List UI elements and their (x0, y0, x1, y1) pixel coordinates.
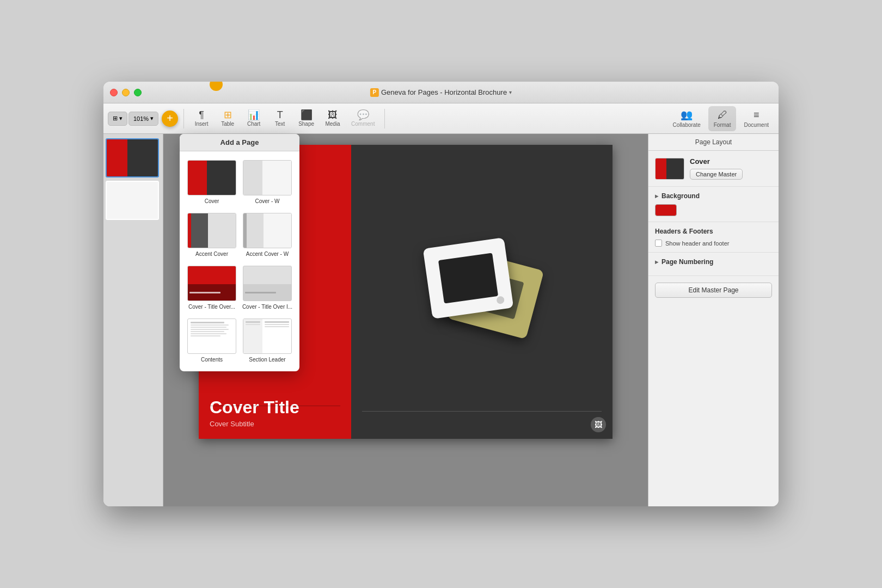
popup-item-title-over-w[interactable]: Cover - Title Over I... (240, 261, 295, 314)
format-icon: 🖊 (718, 109, 727, 121)
window-title: P Geneva for Pages - Horizontal Brochure… (370, 88, 512, 97)
toolbar-right: 👥 Collaborate 🖊 Format ≡ Document (667, 106, 774, 131)
background-color-swatch[interactable] (655, 204, 677, 216)
page-thumb-2[interactable] (106, 181, 159, 220)
popup-item-cover[interactable]: Cover (184, 156, 240, 209)
popup-item-section[interactable]: Section Leader (240, 314, 295, 367)
document-icon: ≡ (754, 109, 759, 121)
accent-cover-left (191, 213, 208, 248)
background-section-header[interactable]: ▶ Background (655, 192, 772, 200)
toolbar-sep-1 (183, 109, 184, 128)
master-thumbnail (655, 158, 684, 180)
table-label: Table (221, 121, 234, 127)
popup-thumb-accent-cover-w (243, 213, 292, 248)
title-text: Geneva for Pages - Horizontal Brochure (381, 88, 507, 96)
format-button[interactable]: 🖊 Format (708, 106, 737, 131)
cover-subtitle-text: Cover Subtitle (210, 420, 340, 428)
popup-item-contents[interactable]: Contents (184, 314, 240, 367)
panel-header: Page Layout (648, 134, 779, 151)
popup-item-accent-cover[interactable]: Accent Cover (184, 209, 240, 261)
master-thumb-right (666, 158, 684, 179)
cover-thumb-left (188, 161, 207, 195)
add-page-button[interactable]: + (162, 111, 178, 127)
media-button[interactable]: 🖼 Media (321, 106, 345, 131)
document-button[interactable]: ≡ Document (738, 106, 774, 131)
popup-thumb-cover-w (243, 160, 292, 195)
maximize-button[interactable] (134, 89, 142, 96)
popup-label-cover-w: Cover - W (255, 198, 280, 204)
view-dropdown-arrow: ▾ (119, 115, 122, 122)
headers-footers-section: Headers & Footers Show header and footer (648, 222, 779, 253)
show-header-footer-checkbox[interactable] (655, 240, 662, 247)
add-page-popup: Add a Page Cover Cover - W (180, 134, 299, 371)
comment-icon: 💬 (357, 110, 369, 120)
shape-button[interactable]: ⬛ Shape (294, 106, 318, 131)
slide-screen-front (438, 253, 498, 303)
edit-master-button[interactable]: Edit Master Page (655, 283, 772, 298)
master-section: Cover Change Master (648, 151, 779, 187)
view-zoom-area: ⊞ ▾ 101% ▾ + (108, 111, 178, 127)
insert-button[interactable]: ¶ Insert (189, 106, 213, 131)
zoom-button[interactable]: 101% ▾ (128, 112, 158, 126)
minimize-button[interactable] (122, 89, 130, 96)
slide-notch (496, 296, 505, 304)
toolbar: ⊞ ▾ 101% ▾ + ¶ Insert ⊞ Table 📊 Chart (103, 103, 779, 134)
popup-item-cover-w[interactable]: Cover - W (240, 156, 295, 209)
collaborate-label: Collaborate (673, 122, 701, 128)
background-row (655, 204, 772, 216)
media-icon: 🖼 (328, 110, 338, 120)
title-dropdown-arrow[interactable]: ▾ (509, 89, 512, 95)
accent-cover-w-left (247, 213, 264, 248)
change-master-button[interactable]: Change Master (690, 169, 743, 180)
popup-thumb-cover (187, 160, 236, 195)
view-button[interactable]: ⊞ ▾ (108, 112, 127, 126)
page-thumb-inner-2 (107, 182, 158, 219)
popup-label-title-over-w: Cover - Title Over I... (242, 304, 292, 310)
collaborate-button[interactable]: 👥 Collaborate (667, 106, 706, 131)
chart-button[interactable]: 📊 Chart (242, 106, 266, 131)
cover-w-thumb-left (243, 161, 262, 195)
accent-cover-w-right (264, 213, 291, 248)
show-header-footer-label: Show header and footer (665, 240, 729, 247)
zoom-value: 101% (133, 115, 149, 122)
format-label: Format (714, 122, 731, 128)
text-button[interactable]: T Text (268, 106, 292, 131)
popup-label-contents: Contents (201, 357, 223, 363)
table-icon: ⊞ (224, 110, 232, 120)
close-button[interactable] (110, 89, 118, 96)
master-info: Cover Change Master (690, 157, 743, 180)
popup-thumb-title-over-w (243, 266, 292, 301)
page-numbering-label: Page Numbering (661, 258, 713, 266)
page-numbering-triangle: ▶ (655, 260, 658, 265)
background-triangle: ▶ (655, 194, 658, 199)
chart-icon: 📊 (248, 110, 260, 120)
insert-label: Insert (195, 121, 209, 127)
background-section: ▶ Background (648, 187, 779, 222)
show-header-footer-row: Show header and footer (655, 240, 772, 247)
accent-cover-right (208, 213, 236, 248)
media-label: Media (325, 121, 340, 127)
popup-item-accent-cover-w[interactable]: Accent Cover - W (240, 209, 295, 261)
right-panel: Page Layout Cover Change Master ▶ Backgr… (648, 134, 779, 506)
shape-label: Shape (298, 121, 314, 127)
page-thumb-1[interactable] (106, 138, 159, 177)
page-thumb-inner-1 (107, 139, 158, 176)
comment-button[interactable]: 💬 Comment (347, 106, 379, 131)
insert-icon: ¶ (199, 110, 204, 120)
zoom-dropdown-arrow: ▾ (150, 115, 154, 122)
page-numbering-header[interactable]: ▶ Page Numbering (655, 258, 772, 266)
popup-header: Add a Page (180, 134, 299, 151)
table-button[interactable]: ⊞ Table (216, 106, 240, 131)
headers-footers-header: Headers & Footers (655, 228, 772, 235)
popup-label-accent-cover: Accent Cover (195, 251, 228, 257)
popup-label-accent-cover-w: Accent Cover - W (246, 251, 289, 257)
view-icon: ⊞ (113, 115, 118, 122)
master-name: Cover (690, 157, 743, 166)
slide-frame-front (423, 237, 514, 319)
slides-illustration (422, 237, 542, 346)
master-thumb-left (656, 158, 666, 179)
page-sidebar[interactable] (103, 134, 163, 506)
popup-item-title-over[interactable]: Cover - Title Over... (184, 261, 240, 314)
page-numbering-section: ▶ Page Numbering (648, 253, 779, 276)
popup-thumb-accent-cover (187, 213, 236, 248)
